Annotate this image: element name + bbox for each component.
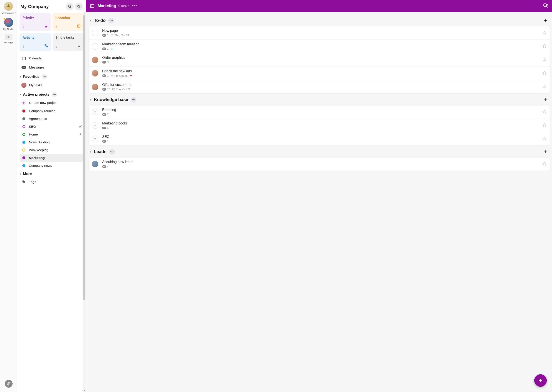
group-more-button[interactable]: ••• [109, 149, 115, 154]
card-single-tasks[interactable]: Single tasks 4 [52, 33, 84, 51]
sidebar-project-item[interactable]: Bookkeeping [20, 146, 84, 154]
svg-marker-25 [543, 31, 546, 34]
task-body: Acquiring new leads••• 4 [102, 160, 540, 168]
task-body: Marketing team meeting••• 1 [102, 42, 540, 50]
card-activity[interactable]: Activity 5 [20, 33, 51, 51]
task-row[interactable]: Acquiring new leads••• 4 [89, 157, 550, 171]
group-more-button[interactable]: ••• [108, 18, 114, 23]
card-incoming[interactable]: Incoming 6 [52, 13, 84, 31]
search-button[interactable] [66, 3, 73, 10]
sidebar-scrollbar[interactable]: ▲ ▼ [83, 12, 86, 392]
task-body: Order graphics••• 3 [102, 56, 540, 64]
task-title: Acquiring new leads [102, 160, 540, 164]
nav-my-tasks[interactable]: My tasks [20, 81, 84, 90]
task-expand-button[interactable]: + [92, 109, 98, 115]
sidebar-project-item[interactable]: Company news [20, 162, 84, 169]
assignee-avatar[interactable] [92, 70, 98, 77]
task-row[interactable]: Order graphics••• 3 [89, 53, 550, 67]
star-button[interactable] [542, 110, 547, 115]
project-label: SEO [29, 125, 78, 129]
scroll-down-icon[interactable]: ▼ [83, 389, 86, 392]
svg-marker-37 [543, 137, 546, 140]
group-add-button[interactable]: + [542, 96, 549, 103]
section-active-projects[interactable]: ▼ Active projects ••• [20, 90, 84, 98]
caret-down-icon[interactable]: ▼ [89, 150, 92, 153]
card-priority[interactable]: Priority 0 ★ [20, 13, 51, 31]
star-button[interactable] [542, 44, 547, 49]
add-task-fab[interactable]: + [534, 374, 547, 387]
medical-icon: ✱ [130, 74, 132, 77]
rail-manage[interactable]: ••• Manage [4, 34, 13, 44]
assignee-avatar[interactable] [92, 161, 98, 167]
sidebar-scroll[interactable]: Priority 0 ★ Incoming 6 Activity 5 [17, 13, 86, 392]
star-button[interactable] [542, 30, 547, 35]
task-row[interactable]: +Branding••• 2 [89, 105, 550, 119]
star-button[interactable] [542, 136, 547, 142]
caret-down-icon[interactable]: ▼ [89, 19, 92, 22]
project-color-dot [22, 141, 25, 144]
caret-down-icon[interactable]: ▼ [89, 98, 92, 101]
lock-icon [79, 133, 82, 136]
nav-create-project[interactable]: + Create new project [20, 98, 84, 107]
task-meta: ••• 4 [102, 165, 540, 168]
task-expand-button[interactable]: + [92, 136, 98, 142]
svg-point-4 [44, 47, 45, 47]
nav-calendar[interactable]: Calendar [20, 54, 84, 63]
svg-marker-27 [543, 44, 546, 48]
group-add-button[interactable]: + [542, 148, 549, 155]
task-row[interactable]: New page••• 1 Thu, Oct 24 [89, 26, 550, 40]
comment-count: ••• 3 [102, 61, 108, 64]
rail-company[interactable]: My Company [1, 2, 16, 14]
task-meta: ••• 1 [102, 140, 540, 143]
sidebar-project-item[interactable]: Marketing [20, 154, 84, 162]
sidebar-project-item[interactable]: Nova Building [20, 138, 84, 146]
content-scroll[interactable]: ▼To-do•••+New page••• 1 Thu, Oct 24Marke… [86, 12, 552, 392]
scrollbar-thumb[interactable] [83, 15, 85, 300]
active-more-button[interactable]: ••• [52, 92, 57, 97]
task-body: SEO••• 1 [102, 135, 540, 143]
task-row[interactable]: Marketing team meeting••• 1 [89, 40, 550, 53]
group-add-button[interactable]: + [542, 17, 549, 24]
svg-point-7 [79, 46, 80, 47]
rail-manage-label: Manage [4, 41, 13, 44]
task-row[interactable]: Check the new ads••• 3 Fri, Oct 25✱ [89, 67, 550, 80]
task-title: Marketing books [102, 121, 540, 125]
sidebar-project-item[interactable]: Company reunion [20, 107, 84, 115]
tasks-list: +Branding••• 2+Marketing books••• 5+SEO•… [88, 105, 550, 146]
task-checkbox[interactable] [92, 30, 98, 36]
group-more-button[interactable]: ••• [131, 97, 136, 103]
task-row[interactable]: +Marketing books••• 5 [89, 119, 550, 132]
star-button[interactable] [542, 71, 547, 76]
manage-icon: ••• [5, 34, 12, 40]
task-row[interactable]: Gifts for customers••• 10 Tue, Oct 22 [89, 80, 550, 93]
scroll-up-icon[interactable]: ▲ [83, 12, 86, 15]
topbar-more-button[interactable]: ••• [132, 4, 137, 8]
star-button[interactable] [542, 161, 547, 167]
sidebar-project-item[interactable]: Agreements [20, 115, 84, 123]
section-favorites[interactable]: ▼ Favorites ••• [20, 72, 84, 81]
sidebar-project-item[interactable]: SEO [20, 123, 84, 131]
assignee-avatar[interactable] [92, 56, 98, 63]
assignee-avatar[interactable] [92, 84, 98, 90]
collapse-sidebar-button[interactable] [90, 4, 95, 8]
favorites-more-button[interactable]: ••• [42, 74, 47, 79]
rail-globe-button[interactable] [5, 380, 13, 388]
group-header: ▼Leads•••+ [88, 147, 550, 157]
task-title: New page [102, 29, 540, 33]
star-button[interactable] [542, 57, 547, 63]
topbar-search-button[interactable] [543, 3, 548, 9]
sidebar-project-item[interactable]: Home [20, 131, 84, 138]
star-button[interactable] [542, 84, 547, 90]
settings-button[interactable] [75, 3, 83, 10]
nav-tags[interactable]: Tags [20, 177, 84, 186]
rss-icon [44, 44, 48, 49]
task-meta: ••• 5 [102, 126, 540, 129]
task-checkbox[interactable] [92, 43, 98, 50]
star-button[interactable] [542, 123, 547, 128]
task-row[interactable]: +SEO••• 1 [89, 132, 550, 146]
nav-messages[interactable]: Messages [20, 63, 84, 72]
section-more[interactable]: ▼ More [20, 169, 84, 177]
task-title: SEO [102, 135, 540, 139]
task-expand-button[interactable]: + [92, 122, 98, 129]
rail-nozbe[interactable]: My Nozbe [3, 18, 14, 30]
